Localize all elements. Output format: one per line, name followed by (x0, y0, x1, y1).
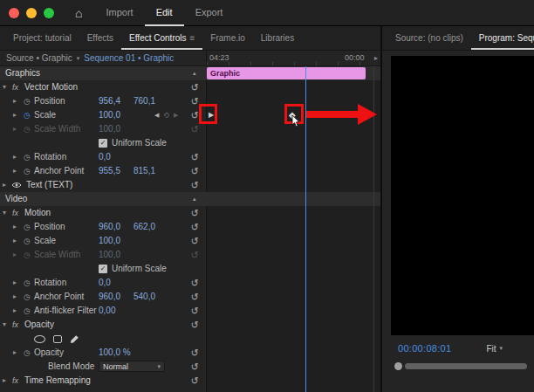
tab-effect-controls[interactable]: Effect Controls≡ (121, 26, 202, 50)
timeline-view-toggle-icon[interactable]: ▸ (374, 54, 378, 62)
param-value-x[interactable]: 960,0 (99, 220, 120, 234)
expand-icon[interactable]: ▸ (13, 150, 17, 164)
tab-effects[interactable]: Effects (79, 26, 121, 50)
add-keyframe-icon[interactable]: ◇ (164, 108, 169, 122)
ellipse-mask-icon[interactable] (34, 335, 45, 343)
param-row-scale[interactable]: ▸ ◷ Scale 100,0 ↺ (0, 234, 380, 248)
effect-row-vector-motion[interactable]: ▾ fx Vector Motion ↺ (0, 80, 380, 94)
eye-icon[interactable] (11, 182, 22, 189)
collapse-icon[interactable]: ▴ (193, 192, 196, 206)
param-value-x[interactable]: 956,4 (99, 94, 120, 108)
reset-icon[interactable]: ↺ (188, 220, 202, 234)
expand-icon[interactable]: ▸ (13, 164, 17, 178)
stopwatch-icon[interactable]: ◷ (24, 304, 31, 318)
param-value-y[interactable]: 662,0 (134, 220, 155, 234)
twirl-icon[interactable]: ▸ (3, 374, 6, 388)
scrollbar-track[interactable] (405, 363, 527, 369)
program-horizontal-scrollbar[interactable] (394, 362, 527, 370)
fx-badge-icon[interactable]: fx (12, 374, 18, 388)
param-value[interactable]: 0,0 (99, 150, 111, 164)
param-row-anchor-point[interactable]: ▸ ◷ Anchor Point 955,5 815,1 ↺ (0, 164, 380, 178)
tab-program-monitor[interactable]: Program: Sequence (471, 26, 534, 50)
fx-badge-icon[interactable]: fx (12, 206, 18, 220)
fx-badge-icon[interactable]: fx (12, 318, 18, 332)
reset-icon[interactable]: ↺ (188, 178, 202, 192)
twirl-icon[interactable]: ▾ (3, 206, 6, 220)
twirl-icon[interactable]: ▸ (3, 178, 6, 192)
param-value[interactable]: 0,0 (99, 276, 111, 290)
param-value[interactable]: 0,00 (99, 304, 115, 318)
stopwatch-icon[interactable]: ◷ (24, 276, 31, 290)
reset-icon[interactable]: ↺ (188, 80, 202, 94)
collapse-icon[interactable]: ▴ (193, 66, 196, 80)
fx-badge-icon[interactable]: fx (12, 80, 18, 94)
rect-mask-icon[interactable] (53, 335, 62, 343)
param-row-position[interactable]: ▸ ◷ Position 960,0 662,0 ↺ (0, 220, 380, 234)
program-timecode[interactable]: 00:00:08:01 (398, 343, 451, 354)
panel-menu-icon[interactable]: ≡ (190, 27, 195, 50)
reset-icon[interactable]: ↺ (188, 346, 202, 360)
param-value-y[interactable]: 815,1 (134, 164, 155, 178)
sequence-clip-label[interactable]: Sequence 01 • Graphic (84, 53, 174, 63)
timeline-ruler[interactable]: 04:23 00:00 ▸ (206, 51, 380, 65)
expand-icon[interactable]: ▸ (13, 290, 17, 304)
close-window-button[interactable] (9, 8, 19, 18)
tab-libraries[interactable]: Libraries (253, 26, 302, 50)
stopwatch-icon[interactable]: ◷ (24, 150, 31, 164)
param-row-anchor-point[interactable]: ▸ ◷ Anchor Point 960,0 540,0 ↺ (0, 290, 380, 304)
menu-item-export[interactable]: Export (184, 0, 235, 26)
param-value[interactable]: 100,0 (99, 108, 120, 122)
effect-row-motion[interactable]: ▾ fx Motion ↺ (0, 206, 380, 220)
reset-icon[interactable]: ↺ (188, 234, 202, 248)
reset-icon[interactable]: ↺ (188, 374, 202, 388)
param-value-y[interactable]: 760,1 (134, 94, 155, 108)
param-row-rotation[interactable]: ▸ ◷ Rotation 0,0 ↺ (0, 276, 380, 290)
reset-icon[interactable]: ↺ (188, 318, 202, 332)
reset-icon[interactable]: ↺ (188, 206, 202, 220)
uniform-scale-checkbox[interactable]: ✓ (99, 139, 107, 148)
param-value-x[interactable]: 955,5 (99, 164, 120, 178)
twirl-icon[interactable]: ▾ (3, 318, 6, 332)
expand-icon[interactable]: ▸ (13, 94, 17, 108)
stopwatch-icon[interactable]: ◷ (24, 220, 31, 234)
expand-icon[interactable]: ▸ (13, 346, 17, 360)
expand-icon[interactable]: ▸ (13, 304, 17, 318)
param-value-y[interactable]: 540,0 (134, 290, 155, 304)
menu-item-edit[interactable]: Edit (145, 0, 184, 26)
effect-row-time-remapping[interactable]: ▸ fx Time Remapping ↺ (0, 374, 380, 388)
param-value[interactable]: 100,0 (99, 234, 120, 248)
uniform-scale-checkbox[interactable]: ✓ (99, 265, 107, 273)
effect-row-text[interactable]: ▸ Text (TEXT) ↺ (0, 178, 380, 192)
reset-icon[interactable]: ↺ (188, 164, 202, 178)
param-row-position[interactable]: ▸ ◷ Position 956,4 760,1 ↺ (0, 94, 380, 108)
param-row-anti-flicker[interactable]: ▸ ◷ Anti-flicker Filter 0,00 ↺ (0, 304, 380, 318)
source-clip-label[interactable]: Source • Graphic (6, 53, 72, 63)
reset-icon[interactable]: ↺ (188, 276, 202, 290)
minimize-window-button[interactable] (26, 8, 37, 18)
twirl-icon[interactable]: ▾ (3, 80, 6, 94)
pen-mask-icon[interactable] (70, 334, 79, 344)
expand-icon[interactable]: ▸ (13, 276, 17, 290)
stopwatch-icon[interactable]: ◷ (24, 290, 31, 304)
stopwatch-icon[interactable]: ◷ (24, 94, 31, 108)
menu-item-import[interactable]: Import (94, 0, 144, 26)
scrollbar-knob[interactable] (394, 362, 402, 370)
stopwatch-icon[interactable]: ◷ (24, 234, 31, 248)
section-row-video[interactable]: Video ▴ (0, 192, 380, 206)
maximize-window-button[interactable] (44, 8, 54, 18)
expand-icon[interactable]: ▸ (13, 108, 17, 122)
param-row-scale-width[interactable]: ▸ ◷ Scale Width 100,0 ↺ (0, 248, 380, 262)
reset-icon[interactable]: ↺ (188, 290, 202, 304)
param-row-opacity[interactable]: ▸ ◷ Opacity 100,0 % ↺ (0, 346, 380, 360)
expand-icon[interactable]: ▸ (13, 234, 17, 248)
stopwatch-icon[interactable]: ◷ (24, 108, 31, 122)
tab-frameio[interactable]: Frame.io (202, 26, 252, 50)
blend-mode-dropdown[interactable]: Normal ▾ (99, 361, 165, 372)
param-value[interactable]: 100,0 % (99, 346, 131, 360)
next-keyframe-icon[interactable]: ▶ (174, 108, 178, 122)
tab-source-monitor[interactable]: Source: (no clips) (387, 26, 471, 50)
stopwatch-icon[interactable]: ◷ (24, 346, 31, 360)
param-value-x[interactable]: 960,0 (99, 290, 120, 304)
zoom-level-dropdown[interactable]: Fit ▾ (486, 344, 503, 354)
stopwatch-icon[interactable]: ◷ (24, 164, 31, 178)
